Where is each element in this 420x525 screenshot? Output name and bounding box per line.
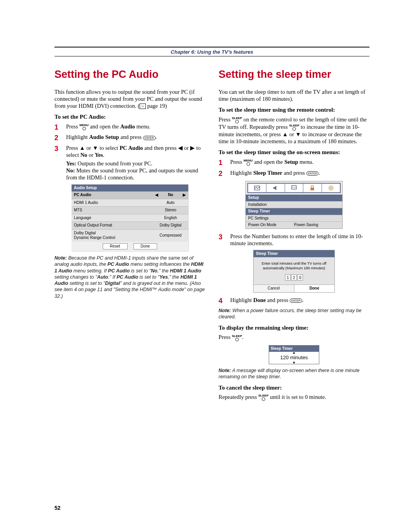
note-text: When a power failure occurs, the sleep t… [219, 308, 362, 320]
done-button[interactable]: Done [133, 243, 158, 250]
text: Repeatedly press [219, 394, 258, 400]
svg-line-8 [329, 186, 330, 187]
setup-title: Setup [246, 195, 342, 201]
setup-row: Power-On ModePower-Saving [246, 221, 342, 228]
page-ref-icon: ☞ [140, 104, 146, 109]
yes-label: Yes: [66, 160, 76, 167]
step-text: or [85, 145, 93, 151]
step-text: and open the [253, 159, 284, 165]
note-label: Note: [219, 368, 231, 373]
note-text: ," the [168, 274, 180, 280]
left-arrow-icon: ◀ [178, 145, 183, 151]
right-arrow-icon: ▶ [180, 191, 188, 199]
note-text: ." If [108, 274, 117, 280]
setup-row-value: Power-Saving [294, 223, 340, 228]
right-note-2: Note: A message will display on-screen w… [219, 367, 369, 380]
left-note: Note: Because the PC and HDMI-1 inputs s… [54, 255, 205, 299]
tab-setup-icon [322, 184, 340, 192]
sleep-button-icon: SLEEP [232, 117, 242, 123]
row-label: Language [72, 214, 153, 222]
right-intro: You can set the sleep timer to turn off … [219, 88, 369, 102]
option-no: No [80, 152, 88, 158]
svg-rect-2 [311, 188, 314, 190]
menu-item: PC Audio [119, 145, 143, 151]
dialog-title: Sleep Timer [254, 250, 334, 258]
tab-picture-icon [248, 184, 266, 192]
digit: 0 [298, 274, 303, 281]
menu-name: Audio [120, 123, 135, 130]
step-text: Highlight [66, 134, 89, 140]
note-keyword: Yes [159, 274, 168, 280]
step-number: 1 [219, 158, 225, 167]
step-number: 4 [219, 297, 225, 306]
note-text: is set to " [130, 268, 151, 274]
left-intro: This function allows you to output the s… [54, 88, 205, 109]
reset-button[interactable]: Reset [103, 243, 128, 250]
right-subhead-1: To set the sleep timer using the remote … [219, 106, 369, 114]
setup-row: Installation [246, 201, 342, 208]
setup-row-label: Installation [248, 202, 340, 207]
right-subhead-3: To display the remaining sleep time: [219, 324, 369, 332]
step-text: Press [230, 159, 243, 165]
right-step-3: 3 Press the Number buttons to enter the … [219, 233, 369, 247]
right-subhead-4: To cancel the sleep timer: [219, 384, 369, 392]
svg-line-9 [332, 190, 333, 190]
note-keyword: PC Audio [117, 274, 138, 280]
page-number: 52 [54, 505, 61, 511]
step-text: Highlight [230, 170, 253, 176]
svg-line-11 [332, 186, 333, 187]
note-keyword: Digital [105, 281, 120, 286]
table-title: Audio Setup [72, 184, 188, 192]
step-text: or [183, 145, 190, 151]
right-step-2: 2 Highlight Sleep Timer and press ENTER. [219, 169, 369, 178]
right-step-1: 1 Press MENU and open the Setup menu. [219, 158, 369, 167]
note-text: ," the [158, 268, 170, 274]
table-row: Dolby Digital Dynamic Range ControlCompr… [72, 229, 188, 242]
setup-tabs [247, 183, 341, 193]
step-text: menu. [135, 123, 150, 130]
setup-row: PC Settings [246, 215, 342, 222]
note-keyword: PC Audio [108, 268, 130, 274]
chapter-header: Chapter 6: Using the TV's features [54, 47, 369, 56]
note-label: Note: [54, 255, 67, 261]
digit-entry: 120 [254, 274, 334, 281]
left-step-1: 1 Press MENU and open the Audio menu. [54, 123, 205, 132]
cancel-button[interactable]: Cancel [254, 285, 294, 292]
sleep-button-icon: SLEEP [289, 124, 299, 131]
note-text: setting is set to " [68, 281, 105, 286]
right-arrow-icon: ▶ [190, 145, 195, 151]
left-step-3: 3 Press ▲ or ▼ to select PC Audio and th… [54, 144, 205, 181]
step-number: 1 [54, 123, 61, 132]
sel-label: PC Audio [72, 191, 153, 199]
down-arrow-icon: ▼ [93, 145, 98, 151]
remote-instructions: Press SLEEP on the remote control to set… [219, 116, 369, 145]
right-note-1: Note: When a power failure occurs, the s… [219, 307, 369, 320]
tab-lock-icon [303, 184, 322, 192]
left-step-2: 2 Highlight Audio Setup and press ENTER. [54, 133, 205, 142]
step-number: 2 [219, 169, 225, 178]
no-text: Mutes the sound from your PC, and output… [66, 167, 198, 181]
done-button[interactable]: Done [294, 285, 335, 292]
menu-button-icon: MENU [79, 124, 89, 130]
menu-name: Setup [284, 159, 298, 165]
svg-point-3 [330, 187, 332, 189]
step-number: 3 [54, 144, 61, 153]
intro-page-ref: page 19) [146, 103, 167, 109]
svg-line-10 [329, 190, 330, 190]
step-text: Highlight [230, 297, 253, 303]
table-row: HDMI 1 AudioAuto [72, 199, 188, 207]
enter-button-icon: ENTER [290, 298, 302, 303]
sel-value: No [161, 191, 180, 199]
step-text: and open the [89, 123, 120, 130]
row-label: Dolby Digital Dynamic Range Control [72, 229, 153, 242]
digit: 2 [291, 274, 297, 281]
tab-audio-icon [266, 184, 285, 192]
note-keyword: PC Audio [107, 262, 129, 267]
setup-row-selected: Sleep Timer [246, 208, 342, 215]
no-label: No: [66, 167, 75, 174]
up-arrow-icon: ▲ [79, 145, 85, 151]
step-text: Press [66, 145, 79, 151]
step-text: Press the Number buttons to enter the le… [230, 233, 369, 247]
setup-row-label: Power-On Mode [248, 223, 294, 228]
note-text: A message will display on-screen when th… [219, 368, 359, 379]
